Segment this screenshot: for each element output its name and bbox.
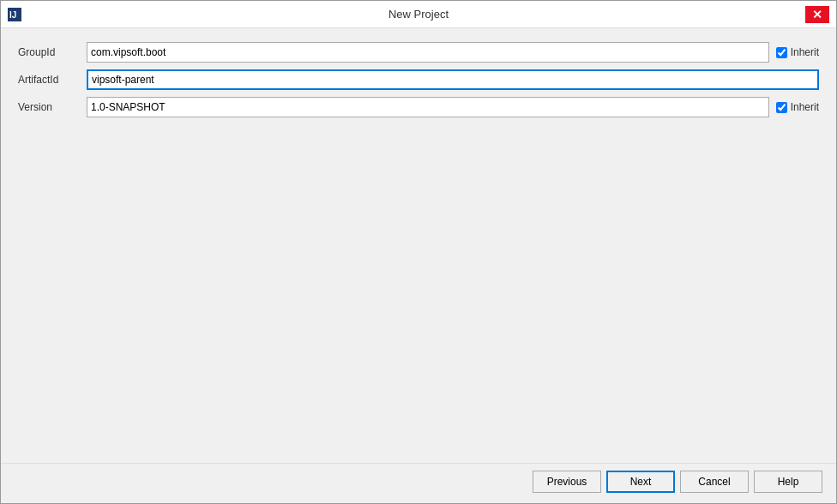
version-inherit-checkbox[interactable] bbox=[776, 102, 787, 113]
help-button[interactable]: Help bbox=[754, 471, 822, 493]
dialog-window: IJ New Project ✕ GroupId Inherit Artifac… bbox=[0, 0, 837, 504]
svg-text:IJ: IJ bbox=[9, 10, 16, 20]
version-inherit-label: Inherit bbox=[776, 101, 819, 113]
artifactid-row: ArtifactId bbox=[18, 69, 819, 90]
cancel-button[interactable]: Cancel bbox=[680, 471, 749, 493]
button-bar: Previous Next Cancel Help bbox=[1, 463, 836, 503]
app-icon: IJ bbox=[8, 8, 21, 21]
version-row: Version Inherit bbox=[18, 97, 819, 117]
previous-button[interactable]: Previous bbox=[533, 471, 601, 493]
groupid-row: GroupId Inherit bbox=[18, 42, 819, 63]
groupid-inherit-label: Inherit bbox=[776, 46, 819, 58]
dialog-content: GroupId Inherit ArtifactId Version Inher… bbox=[1, 28, 836, 463]
title-bar: IJ New Project ✕ bbox=[1, 1, 836, 28]
form-area: GroupId Inherit ArtifactId Version Inher… bbox=[18, 42, 819, 117]
artifactid-input[interactable] bbox=[87, 69, 819, 90]
close-button[interactable]: ✕ bbox=[805, 6, 829, 23]
version-input[interactable] bbox=[87, 97, 769, 117]
window-title: New Project bbox=[388, 8, 449, 21]
groupid-label: GroupId bbox=[18, 46, 80, 58]
artifactid-label: ArtifactId bbox=[18, 74, 80, 86]
groupid-input[interactable] bbox=[87, 42, 769, 63]
groupid-inherit-checkbox[interactable] bbox=[776, 47, 787, 58]
version-label: Version bbox=[18, 101, 80, 113]
title-bar-left: IJ bbox=[8, 8, 21, 21]
next-button[interactable]: Next bbox=[606, 471, 675, 493]
